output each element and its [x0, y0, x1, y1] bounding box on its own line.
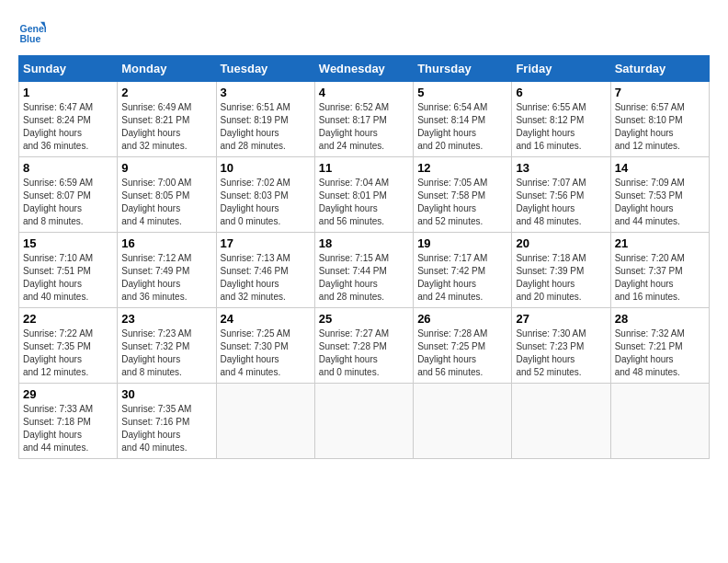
day-info: Sunrise: 7:15 AM Sunset: 7:44 PM Dayligh…	[319, 252, 409, 304]
logo-icon: General Blue	[18, 18, 46, 46]
day-number: 25	[319, 312, 409, 326]
calendar-day-cell: 8 Sunrise: 6:59 AM Sunset: 8:07 PM Dayli…	[19, 157, 118, 233]
calendar-day-cell: 9 Sunrise: 7:00 AM Sunset: 8:05 PM Dayli…	[118, 157, 216, 233]
day-info: Sunrise: 7:23 AM Sunset: 7:32 PM Dayligh…	[121, 327, 211, 379]
weekday-header-saturday: Saturday	[610, 56, 709, 82]
calendar-day-cell: 30 Sunrise: 7:35 AM Sunset: 7:16 PM Dayl…	[118, 384, 216, 459]
day-number: 28	[615, 312, 705, 326]
calendar-day-cell: 19 Sunrise: 7:17 AM Sunset: 7:42 PM Dayl…	[414, 233, 512, 308]
logo: General Blue	[18, 18, 50, 46]
calendar-day-cell: 10 Sunrise: 7:02 AM Sunset: 8:03 PM Dayl…	[216, 157, 314, 233]
calendar-day-cell: 12 Sunrise: 7:05 AM Sunset: 7:58 PM Dayl…	[414, 157, 512, 233]
calendar-day-cell: 29 Sunrise: 7:33 AM Sunset: 7:18 PM Dayl…	[19, 384, 118, 459]
day-number: 4	[319, 86, 409, 99]
day-number: 23	[121, 312, 211, 326]
calendar-day-cell: 15 Sunrise: 7:10 AM Sunset: 7:51 PM Dayl…	[19, 233, 118, 308]
day-number: 9	[121, 161, 211, 175]
day-info: Sunrise: 7:17 AM Sunset: 7:42 PM Dayligh…	[417, 252, 507, 304]
calendar-day-cell: 2 Sunrise: 6:49 AM Sunset: 8:21 PM Dayli…	[118, 82, 216, 157]
calendar-table: SundayMondayTuesdayWednesdayThursdayFrid…	[18, 55, 710, 459]
calendar-day-cell: 3 Sunrise: 6:51 AM Sunset: 8:19 PM Dayli…	[216, 82, 314, 157]
day-info: Sunrise: 6:51 AM Sunset: 8:19 PM Dayligh…	[221, 101, 311, 153]
day-number: 1	[23, 86, 113, 99]
day-info: Sunrise: 7:35 AM Sunset: 7:16 PM Dayligh…	[121, 403, 211, 454]
day-info: Sunrise: 7:32 AM Sunset: 7:21 PM Dayligh…	[615, 327, 705, 379]
day-info: Sunrise: 7:12 AM Sunset: 7:49 PM Dayligh…	[121, 252, 211, 304]
day-info: Sunrise: 7:00 AM Sunset: 8:05 PM Dayligh…	[121, 177, 211, 228]
calendar-day-cell	[414, 384, 512, 459]
day-info: Sunrise: 7:27 AM Sunset: 7:28 PM Dayligh…	[319, 327, 409, 379]
day-info: Sunrise: 6:54 AM Sunset: 8:14 PM Dayligh…	[417, 101, 507, 153]
calendar-day-cell: 21 Sunrise: 7:20 AM Sunset: 7:37 PM Dayl…	[610, 233, 709, 308]
calendar-day-cell: 25 Sunrise: 7:27 AM Sunset: 7:28 PM Dayl…	[314, 308, 413, 384]
calendar-day-cell	[610, 384, 709, 459]
day-info: Sunrise: 6:52 AM Sunset: 8:17 PM Dayligh…	[319, 101, 409, 153]
day-number: 10	[221, 161, 311, 175]
day-info: Sunrise: 7:33 AM Sunset: 7:18 PM Dayligh…	[23, 403, 113, 454]
page-header: General Blue	[18, 18, 710, 46]
day-info: Sunrise: 7:04 AM Sunset: 8:01 PM Dayligh…	[319, 177, 409, 228]
day-info: Sunrise: 7:18 AM Sunset: 7:39 PM Dayligh…	[516, 252, 606, 304]
day-info: Sunrise: 7:20 AM Sunset: 7:37 PM Dayligh…	[615, 252, 705, 304]
calendar-day-cell: 16 Sunrise: 7:12 AM Sunset: 7:49 PM Dayl…	[118, 233, 216, 308]
weekday-header-sunday: Sunday	[19, 56, 118, 82]
day-info: Sunrise: 7:05 AM Sunset: 7:58 PM Dayligh…	[417, 177, 507, 228]
day-info: Sunrise: 7:30 AM Sunset: 7:23 PM Dayligh…	[516, 327, 606, 379]
calendar-day-cell: 14 Sunrise: 7:09 AM Sunset: 7:53 PM Dayl…	[610, 157, 709, 233]
day-info: Sunrise: 6:55 AM Sunset: 8:12 PM Dayligh…	[516, 101, 606, 153]
day-number: 7	[615, 86, 705, 99]
calendar-week-row: 22 Sunrise: 7:22 AM Sunset: 7:35 PM Dayl…	[19, 308, 710, 384]
day-info: Sunrise: 6:59 AM Sunset: 8:07 PM Dayligh…	[23, 177, 113, 228]
day-number: 11	[319, 161, 409, 175]
calendar-day-cell: 22 Sunrise: 7:22 AM Sunset: 7:35 PM Dayl…	[19, 308, 118, 384]
day-number: 15	[23, 236, 113, 250]
day-number: 30	[121, 387, 211, 401]
day-number: 18	[319, 236, 409, 250]
calendar-day-cell	[314, 384, 413, 459]
calendar-week-row: 29 Sunrise: 7:33 AM Sunset: 7:18 PM Dayl…	[19, 384, 710, 459]
weekday-header-row: SundayMondayTuesdayWednesdayThursdayFrid…	[19, 56, 710, 82]
day-number: 26	[417, 312, 507, 326]
calendar-day-cell: 5 Sunrise: 6:54 AM Sunset: 8:14 PM Dayli…	[414, 82, 512, 157]
day-number: 3	[221, 86, 311, 99]
day-info: Sunrise: 7:28 AM Sunset: 7:25 PM Dayligh…	[417, 327, 507, 379]
calendar-day-cell: 13 Sunrise: 7:07 AM Sunset: 7:56 PM Dayl…	[512, 157, 610, 233]
day-number: 27	[516, 312, 606, 326]
calendar-day-cell: 28 Sunrise: 7:32 AM Sunset: 7:21 PM Dayl…	[610, 308, 709, 384]
calendar-day-cell: 6 Sunrise: 6:55 AM Sunset: 8:12 PM Dayli…	[512, 82, 610, 157]
calendar-day-cell: 18 Sunrise: 7:15 AM Sunset: 7:44 PM Dayl…	[314, 233, 413, 308]
day-number: 8	[23, 161, 113, 175]
calendar-day-cell: 11 Sunrise: 7:04 AM Sunset: 8:01 PM Dayl…	[314, 157, 413, 233]
calendar-day-cell: 23 Sunrise: 7:23 AM Sunset: 7:32 PM Dayl…	[118, 308, 216, 384]
day-info: Sunrise: 7:09 AM Sunset: 7:53 PM Dayligh…	[615, 177, 705, 228]
day-number: 6	[516, 86, 606, 99]
day-info: Sunrise: 6:49 AM Sunset: 8:21 PM Dayligh…	[121, 101, 211, 153]
day-number: 17	[221, 236, 311, 250]
calendar-day-cell: 20 Sunrise: 7:18 AM Sunset: 7:39 PM Dayl…	[512, 233, 610, 308]
calendar-day-cell: 4 Sunrise: 6:52 AM Sunset: 8:17 PM Dayli…	[314, 82, 413, 157]
calendar-day-cell: 26 Sunrise: 7:28 AM Sunset: 7:25 PM Dayl…	[414, 308, 512, 384]
calendar-week-row: 1 Sunrise: 6:47 AM Sunset: 8:24 PM Dayli…	[19, 82, 710, 157]
calendar-week-row: 15 Sunrise: 7:10 AM Sunset: 7:51 PM Dayl…	[19, 233, 710, 308]
day-number: 22	[23, 312, 113, 326]
calendar-day-cell	[216, 384, 314, 459]
day-number: 12	[417, 161, 507, 175]
day-info: Sunrise: 7:25 AM Sunset: 7:30 PM Dayligh…	[221, 327, 311, 379]
day-info: Sunrise: 7:13 AM Sunset: 7:46 PM Dayligh…	[221, 252, 311, 304]
day-info: Sunrise: 7:22 AM Sunset: 7:35 PM Dayligh…	[23, 327, 113, 379]
day-number: 14	[615, 161, 705, 175]
day-number: 13	[516, 161, 606, 175]
calendar-week-row: 8 Sunrise: 6:59 AM Sunset: 8:07 PM Dayli…	[19, 157, 710, 233]
day-info: Sunrise: 6:57 AM Sunset: 8:10 PM Dayligh…	[615, 101, 705, 153]
calendar-day-cell	[512, 384, 610, 459]
day-number: 5	[417, 86, 507, 99]
calendar-day-cell: 1 Sunrise: 6:47 AM Sunset: 8:24 PM Dayli…	[19, 82, 118, 157]
day-number: 2	[121, 86, 211, 99]
day-info: Sunrise: 7:07 AM Sunset: 7:56 PM Dayligh…	[516, 177, 606, 228]
svg-text:Blue: Blue	[20, 33, 41, 44]
weekday-header-tuesday: Tuesday	[216, 56, 314, 82]
day-info: Sunrise: 7:02 AM Sunset: 8:03 PM Dayligh…	[221, 177, 311, 228]
day-info: Sunrise: 6:47 AM Sunset: 8:24 PM Dayligh…	[23, 101, 113, 153]
calendar-day-cell: 24 Sunrise: 7:25 AM Sunset: 7:30 PM Dayl…	[216, 308, 314, 384]
day-info: Sunrise: 7:10 AM Sunset: 7:51 PM Dayligh…	[23, 252, 113, 304]
